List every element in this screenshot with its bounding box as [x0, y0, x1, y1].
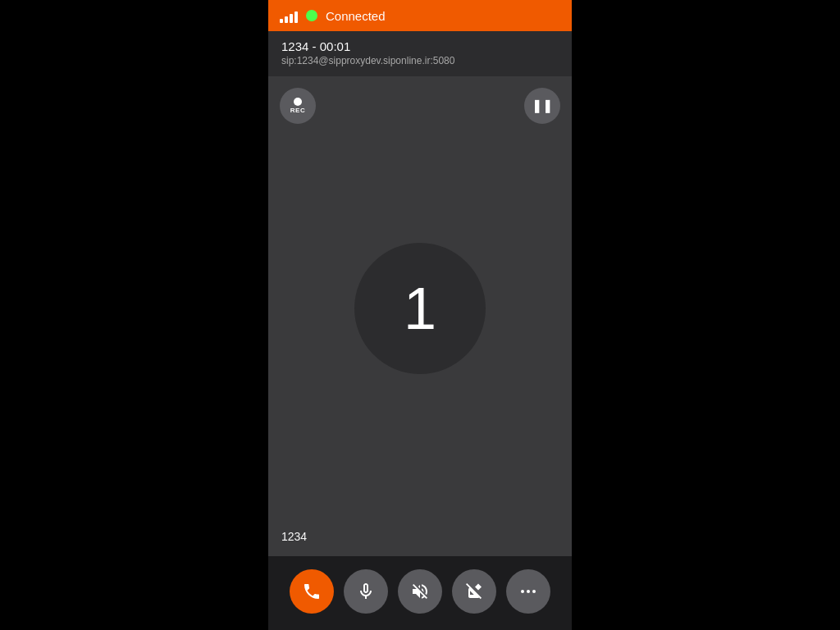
connected-status: Connected	[326, 9, 386, 23]
more-icon	[518, 582, 538, 601]
signal-bar-1	[280, 19, 283, 23]
svg-point-2	[532, 590, 536, 593]
rec-button[interactable]: REC	[280, 88, 316, 124]
caller-avatar: 1	[354, 243, 486, 374]
call-sip-address: sip:1234@sipproxydev.siponline.ir:5080	[281, 55, 559, 66]
phone-app: Connected 1234 - 00:01 sip:1234@sipproxy…	[268, 0, 572, 630]
signal-bar-3	[290, 14, 293, 23]
signal-bar-2	[285, 16, 288, 23]
avatar-letter: 1	[404, 275, 436, 342]
svg-point-1	[527, 590, 530, 593]
more-button[interactable]	[506, 569, 550, 614]
mute-icon	[356, 582, 376, 601]
mute-button[interactable]	[344, 569, 388, 614]
call-area: REC ❚❚ 1 1234	[268, 76, 572, 556]
hangup-icon	[302, 582, 322, 601]
signal-bars-icon	[280, 8, 298, 23]
connected-dot-icon	[306, 10, 317, 21]
rec-dot-icon	[294, 98, 302, 106]
bottom-controls	[268, 556, 572, 630]
video-off-icon	[464, 582, 484, 601]
rec-label: REC	[290, 107, 305, 114]
status-bar: Connected	[268, 0, 572, 31]
pause-icon: ❚❚	[532, 99, 553, 112]
svg-point-0	[521, 590, 524, 593]
speaker-mute-icon	[410, 582, 430, 601]
call-info-panel: 1234 - 00:01 sip:1234@sipproxydev.siponl…	[268, 31, 572, 76]
speaker-button[interactable]	[398, 569, 442, 614]
signal-bar-4	[294, 11, 298, 23]
pause-button[interactable]: ❚❚	[524, 88, 560, 124]
call-title: 1234 - 00:01	[281, 39, 559, 53]
video-button[interactable]	[452, 569, 496, 614]
caller-id-bottom: 1234	[281, 530, 307, 543]
hangup-button[interactable]	[290, 569, 334, 614]
